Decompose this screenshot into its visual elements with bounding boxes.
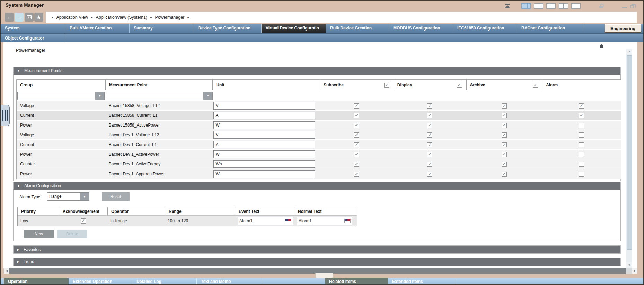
layout-single-pane-icon[interactable] bbox=[571, 3, 581, 9]
alarm-checkbox[interactable] bbox=[579, 103, 584, 109]
subscribe-checkbox[interactable] bbox=[354, 142, 359, 147]
archive-checkbox[interactable] bbox=[502, 123, 507, 128]
measurement-points-header[interactable]: ▼ Measurement Points bbox=[14, 67, 620, 75]
chevron-down-icon[interactable]: ▼ bbox=[203, 92, 212, 100]
tab-virtual-device-configuratio[interactable]: Virtual Device Configuratio bbox=[262, 24, 326, 33]
bottom-tab-extended-items[interactable]: Extended Items bbox=[388, 278, 455, 285]
display-checkbox[interactable] bbox=[427, 172, 432, 177]
panel-splitter-handle[interactable] bbox=[1, 105, 10, 126]
scroll-up-arrow-icon[interactable]: ▲ bbox=[626, 49, 632, 54]
unit-input[interactable]: W bbox=[213, 170, 315, 178]
horizontal-scrollbar-thumb[interactable] bbox=[9, 268, 626, 274]
layout-four-pane-icon[interactable] bbox=[559, 3, 568, 9]
subscribe-checkbox[interactable] bbox=[354, 132, 359, 138]
display-checkbox[interactable] bbox=[427, 132, 432, 138]
measurement-row-bacnet-dev-1-current-l1[interactable]: Current Bacnet Dev 1_Current_L1 A bbox=[17, 140, 621, 150]
unit-input[interactable]: V bbox=[213, 131, 315, 139]
subscribe-all-checkbox[interactable] bbox=[384, 83, 389, 88]
nav-history-button[interactable] bbox=[25, 13, 34, 22]
column-header-priority[interactable]: Priority bbox=[21, 209, 36, 214]
vertical-scrollbar[interactable]: ▲ ▼ bbox=[626, 49, 632, 268]
column-header-range[interactable]: Range bbox=[169, 209, 182, 214]
subscribe-checkbox[interactable] bbox=[354, 103, 359, 109]
archive-checkbox[interactable] bbox=[502, 162, 507, 167]
display-checkbox[interactable] bbox=[427, 162, 432, 167]
archive-checkbox[interactable] bbox=[502, 172, 507, 177]
unit-input[interactable]: W bbox=[213, 121, 315, 129]
layout-left-pane-icon[interactable] bbox=[546, 3, 556, 9]
archive-all-checkbox[interactable] bbox=[533, 83, 538, 88]
alarm-checkbox[interactable] bbox=[579, 123, 584, 128]
column-header-unit[interactable]: Unit bbox=[216, 83, 224, 87]
pin-icon[interactable] bbox=[596, 44, 603, 48]
subscribe-checkbox[interactable] bbox=[354, 123, 359, 128]
normal-text-input[interactable]: Alarm1 bbox=[297, 217, 352, 225]
scroll-right-arrow-icon[interactable]: ▶ bbox=[632, 268, 637, 274]
column-header-measurement-point[interactable]: Measurement Point bbox=[109, 83, 148, 87]
alarm-checkbox[interactable] bbox=[579, 142, 584, 147]
measurement-row-bacnet-dev-1-apparentpower[interactable]: Power Bacnet Dev 1_ApparentPower W bbox=[17, 169, 621, 179]
measurement-row-bacnet-15858-voltage-l12[interactable]: Voltage Bacnet 15858_Voltage_L12 V bbox=[17, 101, 621, 111]
trend-header[interactable]: ▶ Trend bbox=[14, 258, 620, 266]
splitter-collapse-handle[interactable] bbox=[315, 273, 333, 278]
archive-checkbox[interactable] bbox=[502, 132, 507, 138]
tab-bacnet-configuration[interactable]: BACnet Configuration bbox=[517, 24, 583, 33]
measurement-point-filter-combo[interactable]: ▼ bbox=[107, 92, 213, 100]
unit-input[interactable]: A bbox=[213, 141, 315, 148]
horizontal-scrollbar[interactable]: ◀ ▶ bbox=[4, 268, 637, 274]
group-filter-combo[interactable]: ▼ bbox=[17, 92, 105, 100]
breadcrumb-item-powermanager[interactable]: Powermanager bbox=[155, 15, 185, 20]
nav-back-button[interactable]: ← bbox=[5, 13, 14, 22]
bottom-tab-extended-operation[interactable]: Extended Operation bbox=[69, 278, 132, 285]
reset-button[interactable]: Reset bbox=[102, 192, 130, 201]
unit-input[interactable]: W bbox=[213, 150, 315, 158]
tab-device-type-configuration[interactable]: Device Type Configuration bbox=[194, 24, 262, 33]
layout-bottom-pane-icon[interactable] bbox=[534, 3, 543, 9]
measurement-row-bacnet-dev-1-activepower[interactable]: Power Bacnet Dev 1_ActivePower W bbox=[17, 150, 621, 159]
archive-checkbox[interactable] bbox=[502, 113, 507, 118]
bottom-tab-related-items[interactable]: Related Items bbox=[325, 278, 388, 285]
chevron-down-icon[interactable]: ▼ bbox=[95, 92, 104, 100]
collapse-ribbon-icon[interactable] bbox=[505, 4, 510, 8]
restore-icon[interactable] bbox=[630, 5, 634, 8]
subscribe-checkbox[interactable] bbox=[354, 172, 359, 177]
tab-bulk-device-creation[interactable]: Bulk Device Creation bbox=[326, 24, 389, 33]
measurement-row-bacnet-dev-1-voltage-l12[interactable]: Voltage Bacnet Dev 1_Voltage_L12 V bbox=[17, 130, 621, 140]
subscribe-checkbox[interactable] bbox=[354, 162, 359, 167]
unit-input[interactable]: A bbox=[213, 112, 315, 119]
event-text-input[interactable]: Alarm1 bbox=[238, 217, 293, 225]
display-checkbox[interactable] bbox=[427, 103, 432, 109]
nav-forward-button[interactable]: → bbox=[15, 13, 24, 22]
alarm-type-combo[interactable]: Range ▼ bbox=[47, 192, 89, 201]
breadcrumb-item-applicationview-system1[interactable]: ApplicationView (System1) bbox=[96, 15, 147, 20]
column-header-subscribe[interactable]: Subscribe bbox=[324, 83, 344, 87]
column-header-operator[interactable]: Operator bbox=[111, 209, 129, 214]
lock-icon[interactable] bbox=[599, 6, 603, 8]
bottom-tab-text-and-memo[interactable]: Text and Memo bbox=[197, 278, 262, 285]
subscribe-checkbox[interactable] bbox=[354, 152, 359, 157]
tab-object-configurator[interactable]: Object Configurator bbox=[1, 34, 65, 42]
alarm-checkbox[interactable] bbox=[579, 132, 584, 138]
column-header-acknowledgement[interactable]: Acknowledgement bbox=[63, 209, 99, 214]
new-button[interactable]: New bbox=[24, 230, 54, 238]
alarm-checkbox[interactable] bbox=[579, 152, 584, 157]
tab-system[interactable]: System bbox=[1, 24, 65, 33]
column-header-archive[interactable]: Archive bbox=[470, 83, 485, 87]
chevron-down-icon[interactable]: ▼ bbox=[80, 193, 89, 200]
scroll-left-arrow-icon[interactable]: ◀ bbox=[4, 268, 9, 274]
measurement-row-bacnet-dev-1-activeenergy[interactable]: Counter Bacnet Dev 1_ActiveEnergy Wh bbox=[17, 159, 621, 169]
display-checkbox[interactable] bbox=[427, 142, 432, 147]
column-header-display[interactable]: Display bbox=[397, 83, 412, 87]
tab-modbus-configuration[interactable]: MODBUS Configuration bbox=[389, 24, 453, 33]
display-checkbox[interactable] bbox=[427, 113, 432, 118]
archive-checkbox[interactable] bbox=[502, 142, 507, 147]
column-header-event-text[interactable]: Event Text bbox=[239, 209, 259, 214]
unit-input[interactable]: V bbox=[213, 102, 315, 110]
favorites-header[interactable]: ▶ Favorites bbox=[14, 246, 620, 253]
alarm-configuration-header[interactable]: ▼ Alarm Configuration bbox=[14, 182, 620, 190]
tab-bulk-vmeter-creation[interactable]: Bulk VMeter Creation bbox=[65, 24, 130, 33]
vertical-scrollbar-thumb[interactable] bbox=[627, 55, 632, 250]
unit-input[interactable]: Wh bbox=[213, 160, 315, 168]
delete-button[interactable]: Delete bbox=[57, 230, 87, 238]
tab-iec61850-configuration[interactable]: IEC61850 Configuration bbox=[453, 24, 517, 33]
